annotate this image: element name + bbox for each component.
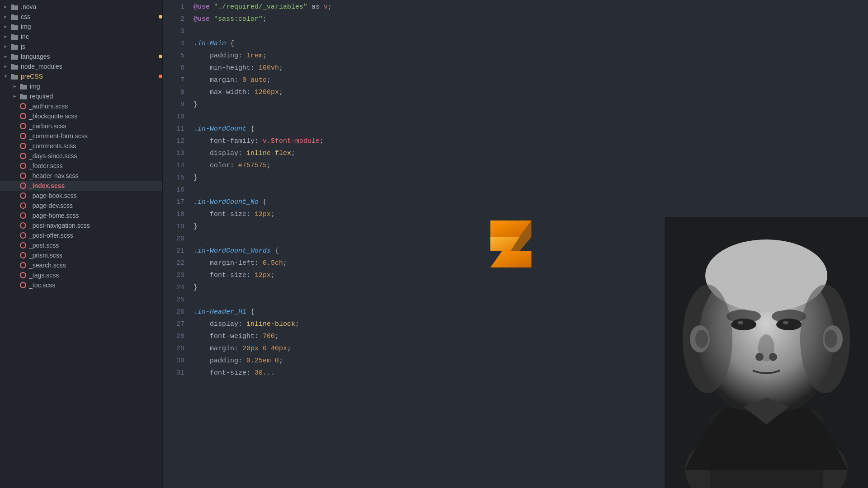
code-line — [193, 233, 868, 245]
sidebar-item-_tags[interactable]: _tags.scss — [0, 270, 162, 280]
code-line: margin-left: 0.5ch; — [193, 257, 868, 269]
token-plain: } — [193, 223, 198, 230]
code-line: } — [193, 99, 868, 111]
line-number: 22 — [163, 257, 184, 269]
sidebar-item-_toc[interactable]: _toc.scss — [0, 280, 162, 290]
line-number: 30 — [163, 355, 184, 367]
token-string: "sass:color" — [214, 15, 263, 23]
code-line: .in-WordCount { — [193, 123, 868, 135]
folder-icon — [11, 34, 18, 40]
line-numbers: 1234567891011121314151617181920212223242… — [163, 0, 190, 488]
token-value-num: 100vh — [259, 64, 279, 72]
sidebar-item-img[interactable]: ►img — [0, 22, 162, 32]
line-number: 14 — [163, 160, 184, 172]
line-number: 19 — [163, 221, 184, 233]
token-property: font-weight — [210, 333, 255, 340]
scss-icon — [20, 113, 26, 119]
sidebar-item-preCSS-required[interactable]: ►required — [0, 91, 162, 101]
sidebar-item-_carbon[interactable]: _carbon.scss — [0, 121, 162, 131]
line-number: 29 — [163, 343, 184, 355]
line-number: 25 — [163, 294, 184, 306]
scss-icon — [20, 123, 26, 129]
code-line: max-width: 1200px; — [193, 86, 868, 99]
token-plain: ; — [328, 3, 332, 11]
token-plain — [193, 333, 210, 340]
sidebar-item-_post[interactable]: _post.scss — [0, 240, 162, 250]
folder-arrow: ► — [4, 24, 9, 29]
sidebar-item-_index[interactable]: _index.scss — [0, 181, 162, 191]
sidebar-item-_authors[interactable]: _authors.scss — [0, 101, 162, 111]
token-plain: { — [226, 40, 234, 47]
token-value-num: 0.25em 0 — [246, 357, 279, 365]
line-number: 15 — [163, 172, 184, 184]
sidebar-item-label: .nova — [21, 3, 162, 10]
folder-icon — [11, 24, 18, 30]
token-plain: ; — [287, 345, 291, 352]
token-value-num: 12px — [255, 211, 271, 218]
sidebar-item-nova[interactable]: ►.nova — [0, 2, 162, 12]
token-selector: .in-Main — [193, 40, 226, 47]
sidebar-item-_days-since[interactable]: _days-since.scss — [0, 151, 162, 161]
token-plain — [193, 162, 210, 169]
code-line: font-size: 12px; — [193, 208, 868, 221]
line-number: 18 — [163, 208, 184, 221]
token-hash-color: #757575 — [238, 162, 267, 169]
token-value-num: 30 — [255, 369, 263, 377]
sidebar-item-label: img — [21, 23, 162, 30]
token-property: padding — [210, 357, 238, 365]
code-line: font-size: 30... — [193, 367, 868, 379]
line-number: 16 — [163, 184, 184, 196]
folder-arrow: ► — [4, 64, 9, 69]
sidebar-item-_post-offer[interactable]: _post-offer.scss — [0, 230, 162, 240]
sidebar-item-preCSS[interactable]: ▼preCSS — [0, 71, 162, 81]
code-line — [193, 294, 868, 306]
code-line: } — [193, 172, 868, 184]
token-plain — [193, 76, 210, 84]
token-property: font-family — [210, 137, 255, 145]
sidebar-item-_page-home[interactable]: _page-home.scss — [0, 211, 162, 221]
token-plain — [193, 89, 210, 96]
sidebar-item-label: _page-dev.scss — [29, 202, 162, 209]
sidebar-item-preCSS-img[interactable]: ►img — [0, 81, 162, 91]
code-line — [193, 184, 868, 196]
line-number: 6 — [163, 62, 184, 74]
svg-rect-17 — [20, 84, 23, 86]
token-plain: : — [255, 333, 263, 340]
token-plain: ; — [263, 15, 267, 23]
svg-rect-1 — [11, 5, 14, 6]
scss-icon — [20, 262, 26, 268]
sidebar-item-label: languages — [21, 53, 156, 60]
token-plain: { — [259, 198, 267, 206]
sidebar-item-_header-nav[interactable]: _header-nav.scss — [0, 171, 162, 181]
sidebar-item-languages[interactable]: ►languages — [0, 52, 162, 61]
sidebar-item-_footer[interactable]: _footer.scss — [0, 161, 162, 171]
sidebar-item-_page-dev[interactable]: _page-dev.scss — [0, 201, 162, 211]
token-property: margin — [210, 345, 234, 352]
token-value-num: 700 — [263, 333, 275, 340]
sidebar-item-_prism[interactable]: _prism.scss — [0, 250, 162, 260]
sidebar-item-_search[interactable]: _search.scss — [0, 260, 162, 270]
token-plain: { — [246, 125, 255, 133]
sidebar-item-inc[interactable]: ►inc — [0, 32, 162, 42]
sidebar-item-js[interactable]: ►js — [0, 42, 162, 52]
line-number: 8 — [163, 86, 184, 99]
sidebar-item-_blockquote[interactable]: _blockquote.scss — [0, 111, 162, 121]
sidebar-item-_post-navigation[interactable]: _post-navigation.scss — [0, 221, 162, 230]
sidebar-item-label: _header-nav.scss — [29, 172, 162, 179]
token-plain: : — [238, 357, 246, 365]
code-line: .in-WordCount_Words { — [193, 245, 868, 257]
line-number: 20 — [163, 233, 184, 245]
sidebar-item-node_modules[interactable]: ►node_modules — [0, 61, 162, 71]
scss-icon — [20, 163, 26, 169]
sidebar-badge-dot — [159, 75, 162, 78]
sidebar-item-_page-book[interactable]: _page-book.scss — [0, 191, 162, 201]
sidebar-badge-dot — [159, 55, 162, 58]
scss-icon — [20, 242, 26, 249]
folder-icon — [11, 4, 18, 10]
token-value-num: 1rem — [246, 52, 263, 60]
sidebar-item-_comments[interactable]: _comments.scss — [0, 141, 162, 151]
line-number: 31 — [163, 367, 184, 379]
sidebar-item-_comment-form[interactable]: _comment-form.scss — [0, 131, 162, 141]
sidebar-item-label: img — [30, 83, 162, 90]
sidebar-item-css[interactable]: ►css — [0, 12, 162, 22]
